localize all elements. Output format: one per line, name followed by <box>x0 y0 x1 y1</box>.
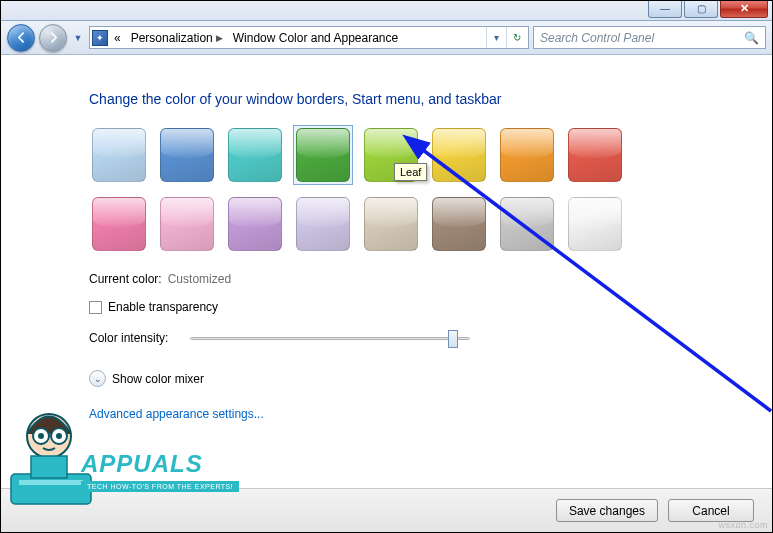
color-swatch[interactable] <box>157 125 217 185</box>
address-bar[interactable]: ✦ « Personalization ▶ Window Color and A… <box>89 26 529 49</box>
intensity-slider[interactable] <box>190 328 470 348</box>
breadcrumb-overflow[interactable]: « <box>110 27 125 48</box>
brand-name: APPUALS <box>81 450 239 478</box>
footer: Save changes Cancel <box>1 488 772 532</box>
content-pane: Change the color of your window borders,… <box>1 55 772 488</box>
color-swatch[interactable] <box>429 194 489 254</box>
titlebar: — ▢ ✕ <box>1 1 772 21</box>
svg-rect-1 <box>19 480 83 485</box>
search-icon: 🔍 <box>744 31 759 45</box>
search-placeholder: Search Control Panel <box>540 31 654 45</box>
close-button[interactable]: ✕ <box>720 0 768 18</box>
maximize-button[interactable]: ▢ <box>684 0 718 18</box>
control-panel-icon: ✦ <box>92 30 108 46</box>
intensity-label: Color intensity: <box>89 331 168 345</box>
color-swatch[interactable] <box>89 125 149 185</box>
arrow-right-icon <box>47 31 60 44</box>
brand-tagline: TECH HOW-TO'S FROM THE EXPERTS! <box>81 481 239 492</box>
chevron-down-icon: ⌄ <box>94 374 102 384</box>
expand-mixer-button[interactable]: ⌄ <box>89 370 106 387</box>
svg-rect-7 <box>31 456 67 478</box>
color-swatch[interactable] <box>497 194 557 254</box>
color-swatch-grid <box>89 125 679 254</box>
color-swatch[interactable] <box>293 125 353 185</box>
forward-button[interactable] <box>39 24 67 52</box>
address-dropdown-button[interactable]: ▾ <box>486 27 506 48</box>
svg-point-5 <box>38 433 44 439</box>
chevron-right-icon: ▶ <box>216 33 223 43</box>
color-swatch[interactable] <box>565 194 625 254</box>
breadcrumb-window-color[interactable]: Window Color and Appearance <box>229 27 402 48</box>
search-input[interactable]: Search Control Panel 🔍 <box>533 26 766 49</box>
color-swatch[interactable] <box>565 125 625 185</box>
current-color-value: Customized <box>168 272 231 286</box>
tooltip: Leaf <box>394 163 427 181</box>
svg-point-6 <box>56 433 62 439</box>
page-title: Change the color of your window borders,… <box>89 91 772 107</box>
cancel-button[interactable]: Cancel <box>668 499 754 522</box>
color-swatch[interactable] <box>225 194 285 254</box>
color-swatch[interactable] <box>293 194 353 254</box>
color-swatch[interactable] <box>157 194 217 254</box>
color-swatch[interactable] <box>497 125 557 185</box>
mixer-label: Show color mixer <box>112 372 204 386</box>
navigation-toolbar: ▼ ✦ « Personalization ▶ Window Color and… <box>1 21 772 55</box>
save-button[interactable]: Save changes <box>556 499 658 522</box>
transparency-label: Enable transparency <box>108 300 218 314</box>
color-swatch[interactable] <box>225 125 285 185</box>
color-swatch[interactable] <box>89 194 149 254</box>
slider-thumb[interactable] <box>448 330 458 348</box>
breadcrumb-personalization[interactable]: Personalization ▶ <box>127 27 227 48</box>
current-color-label: Current color: <box>89 272 162 286</box>
breadcrumb-label: Personalization <box>131 31 213 45</box>
breadcrumb-label: Window Color and Appearance <box>233 31 398 45</box>
arrow-left-icon <box>15 31 28 44</box>
advanced-settings-link[interactable]: Advanced appearance settings... <box>89 407 264 421</box>
minimize-button[interactable]: — <box>648 0 682 18</box>
color-swatch[interactable] <box>429 125 489 185</box>
back-button[interactable] <box>7 24 35 52</box>
transparency-checkbox[interactable] <box>89 301 102 314</box>
color-swatch[interactable] <box>361 194 421 254</box>
refresh-button[interactable]: ↻ <box>506 27 526 48</box>
brand-logo: APPUALS TECH HOW-TO'S FROM THE EXPERTS! <box>81 450 239 492</box>
recent-pages-dropdown[interactable]: ▼ <box>71 28 85 48</box>
watermark: wsxdn.com <box>718 520 768 530</box>
